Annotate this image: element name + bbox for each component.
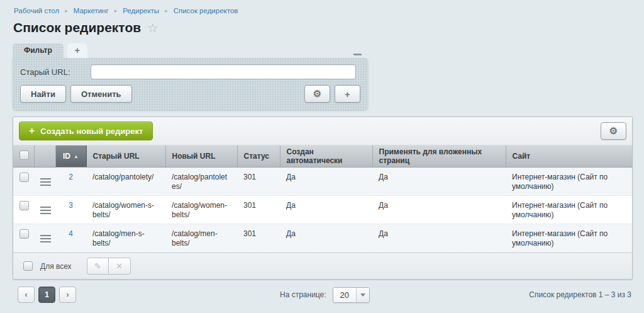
new-url-cell: /catalog/men-belts/ [165, 224, 237, 253]
column-header-new-url[interactable]: Новый URL [165, 145, 237, 168]
old-url-label: Старый URL: [20, 67, 91, 77]
grid-footer: Для всех ✎ ✕ [13, 253, 632, 279]
gear-icon: ⚙ [313, 88, 321, 100]
column-header-site[interactable]: Сайт [506, 145, 632, 168]
filter-settings-button[interactable]: ⚙ [304, 85, 330, 103]
pagination-bar: ‹ 1 › На странице: 20 Список редиректов … [13, 285, 633, 304]
new-url-cell: /catalog/women-belts/ [165, 196, 237, 224]
grid-settings-button[interactable]: ⚙ [601, 122, 626, 140]
nested-pages-cell: Да [372, 168, 506, 196]
page-title: Список редиректов [13, 20, 141, 35]
old-url-cell: /catalog/men-s-belts/ [86, 224, 165, 253]
new-url-cell: /catalog/pantoletes/ [165, 168, 237, 196]
site-cell: Интернет-магазин (Сайт по умолчанию) [506, 224, 632, 253]
breadcrumb-separator-icon: ▸ [165, 8, 168, 14]
row-checkbox[interactable] [19, 201, 29, 210]
next-page-button[interactable]: › [59, 287, 76, 303]
add-filter-tab[interactable]: + [67, 43, 87, 58]
old-url-input[interactable] [91, 64, 356, 79]
redirects-grid: + Создать новый редирект ⚙ ID▲ Старый UR… [13, 117, 633, 280]
old-url-cell: /catalog/pantolety/ [86, 168, 165, 196]
sort-asc-icon: ▲ [74, 154, 79, 159]
delete-selected-button[interactable]: ✕ [109, 258, 131, 275]
pager: ‹ 1 › [13, 287, 76, 303]
breadcrumb-separator-icon: ▸ [65, 8, 68, 14]
find-button[interactable]: Найти [20, 85, 66, 103]
breadcrumb-link-redirect-list[interactable]: Список редиректов [174, 7, 238, 14]
breadcrumb: Рабочий стол ▸ Маркетинг ▸ Редиректы ▸ С… [0, 0, 644, 14]
breadcrumb-link-desktop[interactable]: Рабочий стол [14, 7, 59, 14]
per-page-label: На странице: [280, 290, 326, 299]
breadcrumb-link-marketing[interactable]: Маркетинг [74, 7, 109, 14]
favorite-star-icon[interactable]: ☆ [147, 22, 158, 34]
collapse-filter-button[interactable] [353, 54, 362, 55]
auto-created-cell: Да [280, 196, 372, 224]
auto-created-cell: Да [280, 168, 372, 196]
row-menu-icon[interactable] [40, 234, 51, 242]
column-header-auto[interactable]: Создан автоматически [280, 145, 372, 168]
plus-icon: + [29, 125, 35, 137]
per-page-select[interactable]: 20 [333, 287, 370, 303]
chevron-down-icon [356, 288, 369, 302]
select-all-checkbox[interactable] [19, 151, 29, 160]
site-cell: Интернет-магазин (Сайт по умолчанию) [506, 196, 632, 224]
nested-pages-cell: Да [372, 196, 506, 224]
redirect-list-page: Рабочий стол ▸ Маркетинг ▸ Редиректы ▸ С… [0, 0, 644, 313]
column-header-old-url[interactable]: Старый URL [86, 145, 165, 168]
table-row: 4 /catalog/men-s-belts/ /catalog/men-bel… [13, 224, 632, 253]
auto-created-cell: Да [280, 224, 372, 253]
id-link[interactable]: 2 [69, 173, 73, 181]
id-link[interactable]: 4 [69, 229, 73, 238]
minus-icon [353, 54, 362, 55]
pencil-icon: ✎ [94, 261, 101, 271]
row-checkbox[interactable] [19, 173, 29, 182]
breadcrumb-link-redirects[interactable]: Редиректы [123, 7, 159, 14]
column-header-menu [34, 145, 55, 168]
old-url-cell: /catalog/women-s-belts/ [86, 196, 165, 224]
status-cell: 301 [237, 168, 280, 196]
close-icon: ✕ [116, 261, 123, 271]
redirects-table: ID▲ Старый URL Новый URL Статус Создан а… [13, 145, 632, 253]
current-page-button[interactable]: 1 [38, 287, 55, 303]
nested-pages-cell: Да [372, 224, 506, 253]
row-checkbox[interactable] [19, 229, 29, 239]
cancel-button[interactable]: Отменить [70, 85, 132, 103]
table-row: 2 /catalog/pantolety/ /catalog/pantolete… [13, 168, 632, 196]
edit-selected-button[interactable]: ✎ [87, 258, 109, 275]
status-cell: 301 [237, 224, 280, 253]
row-menu-icon[interactable] [40, 205, 51, 214]
status-cell: 301 [237, 196, 280, 224]
filter-panel: Фильтр + Старый URL: Найти Отменить ⚙ + [13, 43, 368, 110]
row-menu-icon[interactable] [40, 177, 51, 186]
filter-tab[interactable]: Фильтр [13, 43, 64, 58]
column-header-status[interactable]: Статус [237, 145, 280, 168]
for-all-label: Для всех [40, 262, 72, 271]
prev-page-button[interactable]: ‹ [18, 287, 35, 303]
site-cell: Интернет-магазин (Сайт по умолчанию) [506, 168, 632, 196]
breadcrumb-separator-icon: ▸ [114, 8, 118, 14]
create-redirect-button[interactable]: + Создать новый редирект [19, 122, 153, 140]
column-header-nested[interactable]: Применять для вложенных страниц [372, 145, 506, 168]
id-link[interactable]: 3 [69, 201, 73, 210]
column-header-id[interactable]: ID▲ [55, 145, 86, 168]
results-summary: Список редиректов 1 – 3 из 3 [529, 290, 633, 299]
gear-icon: ⚙ [609, 125, 618, 137]
for-all-checkbox[interactable] [23, 261, 33, 271]
plus-icon: + [345, 89, 350, 100]
table-row: 3 /catalog/women-s-belts/ /catalog/women… [13, 196, 632, 224]
add-filter-field-button[interactable]: + [335, 85, 360, 103]
